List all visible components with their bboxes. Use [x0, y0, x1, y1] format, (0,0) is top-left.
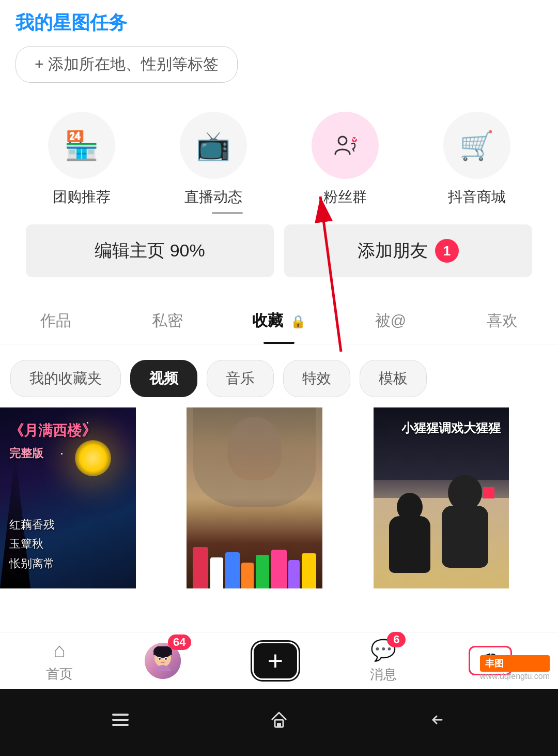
page-title: 我的星图任务 — [16, 10, 542, 36]
nav-following[interactable]: 64 — [145, 643, 181, 679]
add-friend-label: 添加朋友 — [358, 239, 428, 263]
messages-icon: 💬 6 — [370, 638, 396, 662]
video-item-3[interactable]: 小猩猩调戏大猩猩 — [374, 407, 509, 588]
home-label: 首页 — [46, 665, 73, 683]
nav-home[interactable]: ⌂ 首页 — [46, 639, 73, 683]
svg-rect-14 — [277, 723, 281, 727]
quick-actions-grid: 🏪 团购推荐 📺 直播动态 粉丝群 — [16, 101, 542, 222]
android-back-btn[interactable] — [426, 708, 449, 736]
bottom-nav-bar: ⌂ 首页 — [0, 632, 558, 689]
sub-tabs-row: 我的收藏夹 视频 音乐 特效 模板 — [0, 355, 558, 407]
tab-xihuan[interactable]: 喜欢 — [446, 298, 558, 344]
add-friend-badge: 1 — [435, 239, 459, 263]
following-badge: 64 — [168, 634, 191, 650]
video1-title: 《月满西楼》完整版 — [9, 420, 96, 463]
zhibo-label: 直播动态 — [184, 187, 242, 207]
tab-beiat[interactable]: 被@ — [335, 298, 446, 344]
shop-label: 抖音商城 — [448, 187, 506, 207]
svg-point-8 — [159, 658, 161, 660]
video-item-1[interactable]: 《月满西楼》完整版 红藕香残玉簟秋怅别离常 — [0, 407, 136, 588]
tab-shoucang[interactable]: 收藏 🔒 — [223, 298, 335, 344]
nav-avatar-wrap: 64 — [145, 643, 181, 679]
edit-profile-button[interactable]: 编辑主页 90% — [26, 224, 274, 277]
video3-title: 小猩猩调戏大猩猩 — [401, 420, 501, 436]
watermark: 丰图 www.dqfengtu.com — [480, 655, 550, 681]
svg-point-9 — [165, 658, 167, 660]
add-tag-button[interactable]: + 添加所在地、性别等标签 — [16, 46, 238, 83]
create-icon: + — [252, 642, 299, 680]
subtab-video[interactable]: 视频 — [130, 360, 197, 397]
video-grid: 《月满西楼》完整版 红藕香残玉簟秋怅别离常 — [0, 407, 558, 588]
fensi-icon — [312, 112, 379, 179]
tuangou-label: 团购推荐 — [53, 187, 111, 207]
video-item-2[interactable] — [187, 407, 322, 588]
action-buttons-row: 编辑主页 90% 添加朋友 1 — [26, 224, 532, 277]
subtab-folder[interactable]: 我的收藏夹 — [10, 360, 121, 397]
nav-messages[interactable]: 💬 6 消息 — [370, 638, 397, 684]
fensi-item[interactable]: 粉丝群 — [312, 112, 379, 207]
add-friend-button[interactable]: 添加朋友 1 — [284, 224, 532, 277]
subtab-template[interactable]: 模板 — [360, 360, 427, 397]
tab-zuopin[interactable]: 作品 — [0, 298, 112, 344]
android-nav-bar — [0, 689, 558, 756]
lock-icon: 🔒 — [290, 314, 306, 328]
zhibo-icon: 📺 — [180, 112, 247, 179]
messages-badge: 6 — [387, 632, 406, 647]
svg-rect-10 — [112, 714, 129, 716]
shop-icon: 🛒 — [443, 112, 510, 179]
tab-mimi[interactable]: 私密 — [112, 298, 223, 344]
content-tabs: 作品 私密 收藏 🔒 被@ 喜欢 — [0, 298, 558, 344]
fensi-label: 粉丝群 — [323, 187, 367, 207]
svg-rect-11 — [112, 719, 129, 721]
shop-item[interactable]: 🛒 抖音商城 — [443, 112, 510, 207]
nav-create[interactable]: + — [252, 642, 299, 680]
android-menu-btn[interactable] — [109, 708, 132, 736]
messages-label: 消息 — [370, 666, 397, 684]
home-icon: ⌂ — [53, 639, 66, 662]
svg-rect-12 — [112, 724, 129, 726]
tuangou-icon: 🏪 — [48, 112, 115, 179]
video1-lyrics: 红藕香残玉簟秋怅别离常 — [9, 515, 55, 573]
subtab-effects[interactable]: 特效 — [283, 360, 350, 397]
subtab-music[interactable]: 音乐 — [207, 360, 274, 397]
android-home-btn[interactable] — [268, 708, 290, 736]
video3-dot — [483, 487, 494, 498]
svg-point-0 — [338, 137, 347, 145]
zhibo-item[interactable]: 📺 直播动态 — [180, 112, 247, 207]
tuangou-item[interactable]: 🏪 团购推荐 — [48, 112, 115, 207]
